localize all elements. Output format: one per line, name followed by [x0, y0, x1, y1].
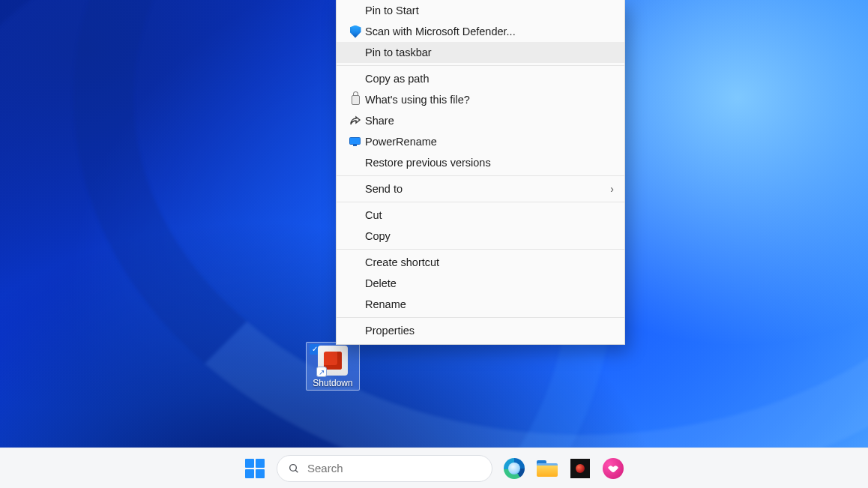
windows-logo-icon: [245, 459, 265, 478]
menu-item-label: Share: [365, 115, 614, 127]
menu-item-label: Pin to Start: [365, 4, 614, 16]
shield-icon: [350, 25, 361, 38]
chevron-right-icon: ›: [610, 183, 614, 195]
menu-item-label: Rename: [365, 298, 614, 310]
menu-item-restore-prev[interactable]: Restore previous versions: [337, 152, 624, 173]
svg-rect-0: [349, 137, 360, 144]
search-input[interactable]: [307, 462, 481, 475]
taskbar-search[interactable]: [277, 455, 492, 482]
svg-point-2: [290, 464, 297, 471]
menu-item-label: Copy as path: [365, 73, 614, 85]
menu-item-label: Send to: [365, 183, 610, 195]
menu-item-whats-using[interactable]: What's using this file?: [337, 89, 624, 110]
context-menu: Pin to StartScan with Microsoft Defender…: [336, 0, 625, 345]
edge-icon: [504, 458, 525, 479]
taskbar-app-pink[interactable]: [602, 457, 624, 480]
menu-item-pin-taskbar[interactable]: Pin to taskbar: [337, 42, 624, 63]
monitor-icon: [349, 137, 362, 147]
menu-item-label: Restore previous versions: [365, 157, 614, 169]
menu-item-pin-start[interactable]: Pin to Start: [337, 0, 624, 21]
lips-icon: [603, 458, 624, 479]
menu-item-create-shortcut[interactable]: Create shortcut: [337, 252, 624, 273]
lock-icon: [352, 95, 360, 105]
camera-icon: [570, 459, 590, 478]
menu-item-share[interactable]: Share: [337, 110, 624, 131]
menu-item-label: Pin to taskbar: [365, 46, 614, 58]
menu-item-label: Create shortcut: [365, 256, 614, 268]
start-button[interactable]: [244, 457, 266, 480]
app-icon: ↗: [318, 346, 348, 376]
menu-item-copy-path[interactable]: Copy as path: [337, 68, 624, 89]
taskbar-app-file-explorer[interactable]: [536, 457, 558, 480]
desktop-icon-shutdown[interactable]: ✓ ↗ Shutdown: [306, 342, 360, 391]
share-icon: [349, 115, 361, 126]
taskbar-app-dark[interactable]: [569, 457, 591, 480]
file-explorer-icon: [537, 460, 558, 477]
menu-item-cut[interactable]: Cut: [337, 205, 624, 226]
menu-item-label: Copy: [365, 230, 614, 242]
svg-line-3: [295, 470, 298, 472]
menu-item-send-to[interactable]: Send to›: [337, 178, 624, 199]
search-icon: [288, 463, 300, 475]
menu-item-label: Cut: [365, 209, 614, 221]
menu-item-label: Properties: [365, 325, 614, 337]
menu-item-label: Scan with Microsoft Defender...: [365, 25, 614, 37]
menu-item-rename[interactable]: Rename: [337, 294, 624, 315]
svg-rect-1: [353, 145, 357, 146]
shortcut-overlay-icon: ↗: [316, 367, 327, 377]
menu-item-label: Delete: [365, 277, 614, 289]
menu-item-properties[interactable]: Properties: [337, 320, 624, 341]
menu-item-label: What's using this file?: [365, 94, 614, 106]
taskbar-app-edge[interactable]: [503, 457, 525, 480]
desktop-icon-label: Shutdown: [313, 378, 352, 388]
menu-item-powerrename[interactable]: PowerRename: [337, 131, 624, 152]
menu-item-delete[interactable]: Delete: [337, 273, 624, 294]
taskbar: [0, 448, 868, 488]
menu-item-scan-defender[interactable]: Scan with Microsoft Defender...: [337, 21, 624, 42]
menu-item-copy[interactable]: Copy: [337, 226, 624, 247]
menu-item-label: PowerRename: [365, 136, 614, 148]
